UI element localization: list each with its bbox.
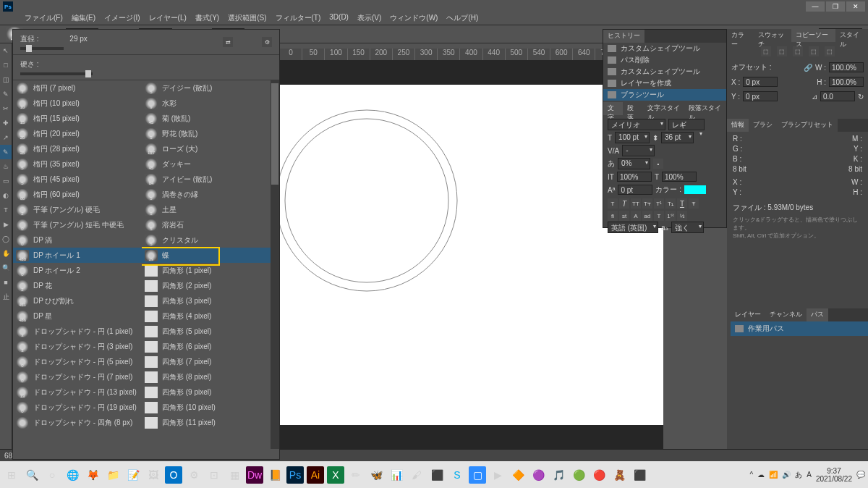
panel-tab[interactable]: レイヤー [731, 308, 765, 321]
lang-dropdown[interactable]: 英語 (英国) [608, 222, 658, 233]
brush-preset-item[interactable]: 5クリスタル [142, 232, 271, 248]
st-button[interactable]: st [619, 211, 629, 221]
notification-icon[interactable]: 💬 [856, 471, 865, 479]
subscript-button[interactable]: T₁ [665, 198, 676, 209]
tool-item[interactable]: □ [0, 58, 12, 72]
brush-preset-item[interactable]: 84アイビー (散乱) [142, 172, 271, 187]
history-tab[interactable]: ヒストリー [603, 30, 644, 43]
panel-tab[interactable]: 文字 [603, 102, 623, 115]
brush-preset-item[interactable]: 461DP ひび割れ [13, 293, 142, 308]
app-icon-9[interactable]: ⬛ [631, 466, 648, 484]
hscale-input[interactable] [662, 172, 697, 182]
aa-button[interactable]: A [631, 211, 641, 221]
brush-preset-item[interactable]: 117ローズ (大) [142, 141, 271, 156]
brush-preset-item[interactable]: 3四角形 (3 pixel) [142, 293, 271, 308]
brush-preset-item[interactable]: 45菊 (散乱) [142, 111, 271, 126]
panel-menu-icon[interactable]: ⚙ [262, 37, 272, 47]
app-icon-4[interactable]: 🖌 [408, 466, 425, 484]
clock-date[interactable]: 2021/08/22 [816, 475, 852, 483]
leading-input[interactable]: 36 pt [661, 132, 694, 143]
text-color-swatch[interactable] [684, 185, 706, 194]
excel-icon[interactable]: X [327, 466, 344, 484]
brush-preset-item[interactable]: 0DP 渦 [13, 232, 142, 248]
app-icon-1[interactable]: ▦ [226, 466, 243, 484]
italic-button[interactable]: T [619, 198, 629, 209]
y-input[interactable] [743, 91, 778, 101]
brush-preset-item[interactable]: ドロップシャドウ - 四角 (8 px) [13, 415, 142, 430]
menu-item[interactable]: ファイル(F) [22, 13, 66, 25]
angle-input[interactable] [820, 91, 855, 101]
tracking-input[interactable]: 0% [618, 158, 650, 169]
brush-preset-item[interactable]: 20楕円 (20 pixel) [13, 126, 142, 141]
wifi-icon[interactable]: 📶 [769, 471, 778, 479]
menu-item[interactable]: ウィンドウ(W) [387, 13, 441, 25]
fi-button[interactable]: fi [608, 211, 618, 221]
menu-item[interactable]: 表示(V) [354, 13, 384, 25]
tool-item[interactable]: ✋ [0, 246, 12, 261]
clock-time[interactable]: 9:37 [816, 467, 852, 475]
brush-preset-item[interactable]: 8四角形 (8 pixel) [142, 369, 271, 384]
tool-item[interactable]: ▭ [0, 174, 12, 188]
menu-item[interactable]: 選択範囲(S) [225, 13, 269, 25]
brush-preset-item[interactable]: 2平筆 (アングル) 硬毛 [13, 202, 142, 217]
flip-icon[interactable]: ⇄ [223, 37, 233, 47]
brush-preset-item[interactable]: 5楕円 (35 pixel) [13, 156, 142, 172]
app-icon-7[interactable]: 🟢 [570, 466, 587, 484]
brush-preset-item[interactable]: 45ダッキー [142, 156, 271, 172]
tool-item[interactable]: ▶ [0, 217, 12, 232]
brush-preset-item[interactable]: 2四角形 (2 pixel) [142, 278, 271, 293]
diameter-slider[interactable] [20, 47, 64, 50]
bold-button[interactable]: T [608, 198, 618, 209]
ime-icon[interactable]: あ [795, 470, 802, 480]
1st-button[interactable]: 1ˢᵗ [665, 211, 676, 221]
music-icon[interactable]: 🎵 [550, 466, 567, 484]
brush-preset-item[interactable]: 6四角形 (6 pixel) [142, 339, 271, 354]
record-icon[interactable]: 🔴 [590, 466, 608, 484]
clone-src-3[interactable]: ⬚ [793, 46, 803, 56]
explorer-icon[interactable]: 📁 [104, 466, 122, 484]
brush-preset-item[interactable]: 5楕円 (45 pixel) [13, 172, 142, 187]
history-item[interactable]: カスタムシェイプツール [603, 43, 726, 54]
kerning-input[interactable]: - [622, 145, 655, 156]
chrome-icon[interactable]: 🌐 [64, 466, 81, 484]
half-button[interactable]: ½ [677, 211, 687, 221]
brush-preset-item[interactable]: 9四角形 (9 pixel) [142, 384, 271, 400]
search-icon[interactable]: 🔍 [23, 466, 41, 484]
tool-item[interactable]: ✚ [0, 116, 12, 130]
brush-preset-item[interactable]: 5渦巻きの縁 [142, 187, 271, 202]
cortana-icon[interactable]: ○ [43, 466, 61, 484]
clone-src-2[interactable]: ⬚ [777, 46, 787, 56]
brush-scrollbar[interactable] [271, 80, 279, 449]
firefox-icon[interactable]: 🦊 [84, 466, 101, 484]
tracking-toggle[interactable]: • [653, 159, 663, 169]
history-item[interactable]: カスタムシェイプツール [603, 66, 726, 77]
antialias-dropdown[interactable]: 強く [671, 222, 704, 233]
app-icon-8[interactable]: 🧸 [610, 466, 628, 484]
obs-icon[interactable]: ⬛ [428, 466, 446, 484]
underline-button[interactable]: T [677, 198, 687, 209]
brush-preset-item[interactable]: 3ドロップシャドウ - 円 (3 pixel) [13, 339, 142, 354]
panel-tab[interactable]: ブラシ [749, 119, 777, 132]
clone-src-5[interactable]: ⬚ [825, 46, 835, 56]
sublime-icon[interactable]: 📙 [266, 466, 284, 484]
w-input[interactable] [829, 62, 864, 72]
link-icon[interactable]: 🔗 [804, 64, 812, 72]
ime-a-icon[interactable]: A [807, 471, 812, 479]
hardness-slider[interactable] [20, 72, 93, 75]
photoshop-icon[interactable]: Ps [286, 466, 304, 484]
menu-item[interactable]: 3D(D) [326, 13, 352, 25]
brush-preset-item[interactable]: 2DP 花 [13, 278, 142, 293]
clone-src-1[interactable]: ⬚ [761, 46, 771, 56]
brush-preset-item[interactable]: 0ドロップシャドウ - 円 (7 pixel) [13, 369, 142, 384]
brush-preset-item[interactable]: 10楕円 (10 pixel) [13, 96, 142, 111]
panel-tab[interactable]: 情報 [727, 119, 749, 132]
panel-tab[interactable]: 段落 [623, 102, 642, 115]
app-icon-6[interactable]: 🟣 [529, 466, 547, 484]
panel-tab[interactable]: チャンネル [765, 308, 807, 321]
app-icon-3[interactable]: 📊 [388, 466, 405, 484]
brush-preset-item[interactable]: 29蝶 [142, 248, 271, 263]
brush-preset-item[interactable]: 486DP 星 [13, 308, 142, 324]
smallcaps-button[interactable]: Tᴛ [642, 198, 652, 209]
history-item[interactable]: レイヤーを作成 [603, 77, 726, 89]
brush-preset-item[interactable]: 0ドロップシャドウ - 円 (19 pixel) [13, 400, 142, 415]
